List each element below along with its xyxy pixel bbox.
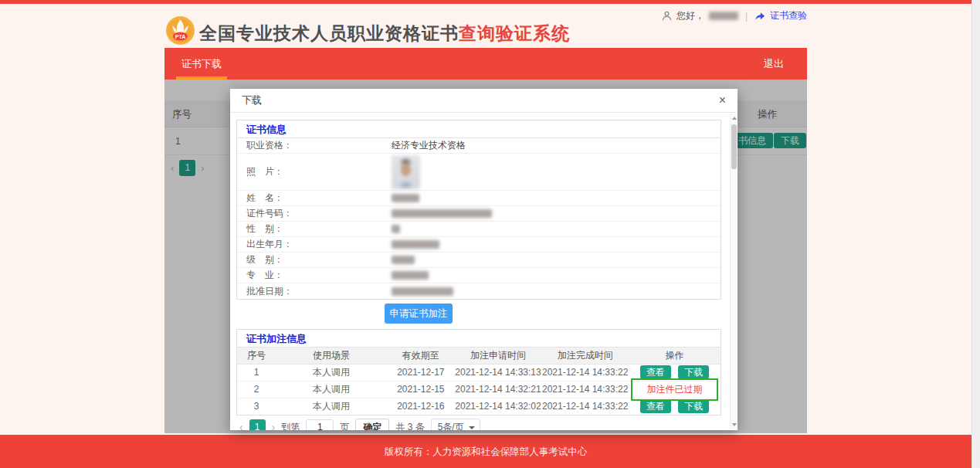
download-modal: 下载 × 证书信息 职业资格： 经济专业技术资格 照 片： 姓 名： 证件号码： [230, 89, 738, 430]
field-label: 照 片： [237, 165, 392, 178]
annotation-table: 序号 使用场景 有效期至 加注申请时间 加注完成时间 操作 1 本人调用 202… [237, 348, 721, 415]
field-approval-date: 批准日期： [237, 283, 721, 299]
page-jump-input[interactable] [306, 419, 334, 430]
view-button[interactable]: 查看 [640, 365, 671, 379]
annotation-section: 证书加注信息 序号 使用场景 有效期至 加注申请时间 加注完成时间 操作 1 [236, 329, 721, 415]
field-label: 性 别： [237, 222, 392, 236]
cell-valid-until: 2021-12-16 [387, 398, 455, 415]
table-row: 2 本人调用 2021-12-15 2021-12-14 14:32:21 20… [237, 381, 721, 398]
scroll-down-icon[interactable] [732, 423, 737, 426]
cell-scene: 本人调用 [276, 398, 387, 415]
next-page-button[interactable]: › [272, 421, 276, 430]
cell-no: 1 [237, 364, 276, 381]
field-id-number: 证件号码： [237, 206, 721, 222]
redacted-value [392, 209, 492, 218]
page-size-value: 5条/页 [438, 422, 464, 430]
cell-complete-time: 2021-12-14 14:33:22 [541, 398, 629, 415]
field-major: 专 业： [237, 268, 721, 283]
field-gender: 性 别： [237, 222, 721, 237]
redacted-value [392, 271, 429, 280]
cell-valid-until: 2021-12-17 [387, 364, 455, 381]
redacted-value [392, 225, 400, 233]
col-actions: 操作 [629, 348, 721, 364]
scrollbar-thumb[interactable] [731, 124, 737, 169]
confirm-button[interactable]: 确定 [355, 419, 389, 430]
field-label: 证件号码： [237, 207, 392, 220]
cell-complete-time: 2021-12-14 14:33:22 [541, 381, 629, 398]
total-count-label: 共 3 条 [395, 421, 424, 431]
user-bar: 您好， | 证书查验 [164, 9, 807, 22]
field-label: 职业资格： [237, 139, 392, 152]
cell-no: 2 [237, 381, 276, 398]
field-label: 专 业： [237, 269, 392, 282]
certificate-photo [392, 155, 420, 189]
cell-complete-time: 2021-12-14 14:33:22 [541, 364, 629, 381]
field-label: 姓 名： [237, 192, 392, 205]
field-label: 出生年月： [237, 238, 392, 251]
title-accent: 查询验证系统 [459, 23, 570, 43]
col-scene: 使用场景 [276, 348, 387, 364]
cell-scene: 本人调用 [276, 364, 387, 381]
cert-verify-link[interactable]: 证书查验 [770, 9, 807, 22]
cell-apply-time: 2021-12-14 14:32:21 [455, 381, 542, 398]
cell-actions: 查看 下载 [629, 364, 721, 381]
field-label: 批准日期： [237, 285, 392, 298]
tab-cert-download[interactable]: 证书下载 [169, 48, 234, 80]
modal-pagination: ‹ 1 › 到第 页 确定 共 3 条 5条/页 [236, 419, 721, 430]
cell-expired-status: 加注件已过期 [629, 381, 721, 398]
page-1-button[interactable]: 1 [249, 419, 266, 431]
share-arrow-icon [754, 11, 765, 21]
annotation-table-header: 序号 使用场景 有效期至 加注申请时间 加注完成时间 操作 [237, 348, 721, 364]
copyright-text: 版权所有：人力资源和社会保障部人事考试中心 [385, 446, 588, 459]
footer: 版权所有：人力资源和社会保障部人事考试中心 [0, 435, 972, 468]
cell-apply-time: 2021-12-14 14:32:02 [455, 398, 542, 415]
modal-scrollbar[interactable] [730, 114, 738, 429]
cert-info-section: 证书信息 职业资格： 经济专业技术资格 照 片： 姓 名： 证件号码： 性 别： [236, 120, 721, 300]
field-birth-date: 出生年月： [237, 237, 721, 253]
redacted-value [392, 240, 439, 249]
field-qualification: 职业资格： 经济专业技术资格 [237, 138, 721, 154]
cell-actions: 查看 下载 [629, 398, 721, 415]
user-name-redacted [709, 12, 738, 20]
col-complete-time: 加注完成时间 [541, 348, 629, 364]
field-label: 级 别： [237, 253, 392, 266]
col-apply-time: 加注申请时间 [455, 348, 542, 364]
top-accent-bar [0, 0, 972, 4]
jump-prefix-label: 到第 [281, 421, 300, 431]
page-title: 全国专业技术人员职业资格证书查询验证系统 [199, 22, 570, 46]
title-main: 全国专业技术人员职业资格证书 [199, 23, 459, 43]
download-button[interactable]: 下载 [678, 399, 709, 413]
user-icon [662, 11, 672, 21]
jump-suffix-label: 页 [340, 421, 349, 431]
scroll-up-icon[interactable] [732, 117, 737, 120]
view-button[interactable]: 查看 [640, 399, 671, 413]
prev-page-button[interactable]: ‹ [239, 421, 243, 430]
divider: | [745, 11, 748, 22]
page-size-select[interactable]: 5条/页 [431, 419, 480, 430]
browser-scrollbar[interactable] [972, 0, 980, 468]
logo-text: PTA [175, 34, 185, 39]
download-button[interactable]: 下载 [678, 365, 709, 379]
annotation-title: 证书加注信息 [237, 330, 721, 348]
cell-valid-until: 2021-12-15 [387, 381, 455, 398]
cert-info-title: 证书信息 [237, 120, 721, 138]
field-value: 经济专业技术资格 [392, 139, 466, 152]
modal-header: 下载 × [230, 89, 738, 113]
cell-apply-time: 2021-12-14 14:33:13 [455, 364, 542, 381]
logout-button[interactable]: 退出 [764, 48, 807, 80]
greeting-text: 您好， [677, 9, 704, 22]
field-photo: 照 片： [237, 154, 721, 191]
tab-label: 证书下载 [181, 57, 222, 71]
modal-body: 证书信息 职业资格： 经济专业技术资格 照 片： 姓 名： 证件号码： 性 别： [230, 113, 729, 430]
redacted-value [392, 287, 453, 296]
redacted-value [392, 256, 415, 264]
apply-annotation-button[interactable]: 申请证书加注 [385, 304, 453, 324]
redacted-value [392, 194, 419, 202]
field-level: 级 别： [237, 253, 721, 268]
close-icon[interactable]: × [719, 94, 726, 107]
table-row: 3 本人调用 2021-12-16 2021-12-14 14:32:02 20… [237, 398, 721, 415]
table-row: 1 本人调用 2021-12-17 2021-12-14 14:33:13 20… [237, 364, 721, 381]
expired-status-text: 加注件已过期 [647, 384, 703, 395]
col-no: 序号 [237, 348, 276, 364]
col-valid-until: 有效期至 [387, 348, 455, 364]
